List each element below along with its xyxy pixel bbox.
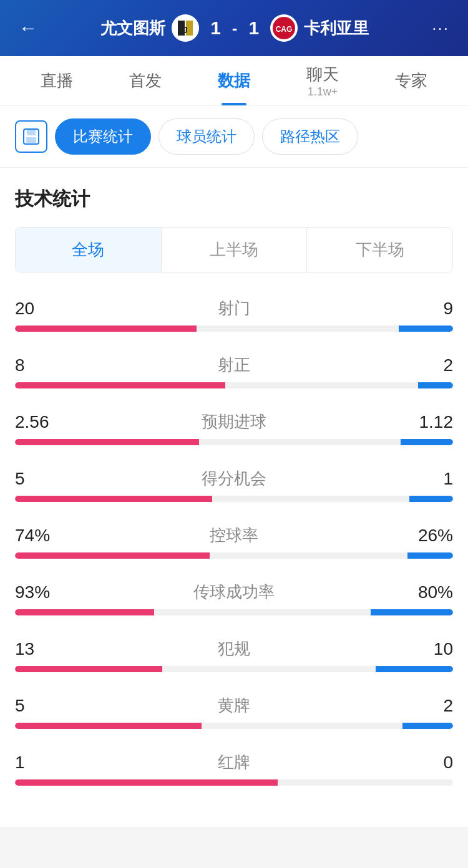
bar-right [399, 326, 453, 332]
bar-left [15, 666, 162, 672]
team-away-name: 卡利亚里 [304, 17, 369, 39]
stat-row: 13 犯规 10 [15, 638, 453, 672]
svg-rect-8 [26, 137, 36, 143]
sub-tab-player-stats[interactable]: 球员统计 [158, 118, 255, 155]
stat-row: 20 射门 9 [15, 297, 453, 332]
stat-left-value: 5 [15, 469, 65, 489]
tab-chat[interactable]: 聊天 1.1w+ [278, 56, 367, 105]
stat-left-value: 2.56 [15, 412, 65, 432]
stat-bar [15, 609, 453, 615]
team-away-logo: CAG [270, 14, 298, 42]
bar-left [15, 382, 225, 388]
bar-left [15, 552, 210, 559]
stat-numbers: 2.56 预期进球 1.12 [15, 411, 453, 433]
bar-right [418, 382, 453, 388]
stat-right-value: 1.12 [403, 412, 453, 432]
stat-row: 1 红牌 0 [15, 751, 453, 786]
bar-right [376, 666, 453, 672]
stat-right-value: 0 [403, 753, 453, 773]
sub-tab-heatmap[interactable]: 路径热区 [262, 118, 358, 155]
stat-numbers: 5 黄牌 2 [15, 695, 453, 716]
bar-left [15, 496, 212, 502]
stat-numbers: 93% 传球成功率 80% [15, 581, 453, 603]
stat-right-value: 26% [403, 526, 453, 546]
stat-bar [15, 779, 453, 786]
stat-left-value: 74% [15, 526, 65, 546]
svg-text:J: J [183, 25, 188, 35]
tab-lineup[interactable]: 首发 [101, 56, 190, 105]
section-title: 技术统计 [15, 186, 453, 212]
bar-right [407, 552, 453, 559]
stat-bar [15, 666, 453, 672]
stat-label: 犯规 [218, 638, 250, 660]
sub-tab-match-stats[interactable]: 比赛统计 [55, 118, 151, 155]
stat-row: 5 黄牌 2 [15, 695, 453, 729]
stat-right-value: 2 [403, 355, 453, 375]
team-home-logo: J [172, 14, 199, 42]
stat-label: 黄牌 [218, 695, 250, 716]
bar-left [15, 439, 199, 445]
score-separator: - [232, 19, 238, 38]
bar-right [371, 609, 453, 615]
stats-list: 20 射门 9 8 射正 2 2.56 预期进球 1.12 [15, 297, 453, 786]
stat-numbers: 74% 控球率 26% [15, 524, 453, 546]
stat-label: 控球率 [210, 524, 258, 546]
bar-right [401, 439, 453, 445]
stat-numbers: 1 红牌 0 [15, 751, 453, 773]
stat-label: 红牌 [218, 751, 250, 773]
stat-bar [15, 496, 453, 502]
save-button[interactable] [15, 120, 47, 153]
stat-row: 2.56 预期进球 1.12 [15, 411, 453, 445]
stat-left-value: 5 [15, 696, 65, 716]
period-tab-second-half[interactable]: 下半场 [307, 228, 452, 272]
stat-numbers: 20 射门 9 [15, 297, 453, 319]
stat-row: 93% 传球成功率 80% [15, 581, 453, 615]
bar-right [409, 496, 453, 502]
stat-label: 预期进球 [202, 411, 266, 433]
stat-left-value: 1 [15, 753, 65, 773]
stat-left-value: 93% [15, 582, 65, 602]
stat-bar [15, 723, 453, 729]
stat-numbers: 8 射正 2 [15, 354, 453, 376]
svg-rect-7 [27, 129, 36, 135]
stat-right-value: 2 [403, 696, 453, 716]
match-header: ← 尤文图斯 J 1 - 1 CAG 卡利亚里 ··· [0, 0, 468, 56]
bar-left [15, 779, 278, 786]
score-home: 1 [205, 17, 226, 39]
stat-numbers: 5 得分机会 1 [15, 468, 453, 489]
stat-numbers: 13 犯规 10 [15, 638, 453, 660]
more-button[interactable]: ··· [432, 19, 449, 38]
stat-bar [15, 439, 453, 445]
stat-left-value: 13 [15, 639, 65, 659]
stat-row: 8 射正 2 [15, 354, 453, 388]
tab-live[interactable]: 直播 [12, 56, 101, 105]
period-tab-first-half[interactable]: 上半场 [162, 228, 308, 272]
bar-left [15, 326, 197, 332]
stats-content: 技术统计 全场 上半场 下半场 20 射门 9 8 射正 2 [0, 168, 468, 827]
stat-bar [15, 382, 453, 388]
period-tabs: 全场 上半场 下半场 [15, 227, 453, 272]
stat-label: 得分机会 [202, 468, 266, 489]
stat-label: 传球成功率 [193, 581, 275, 603]
stat-row: 5 得分机会 1 [15, 468, 453, 502]
period-tab-full[interactable]: 全场 [16, 228, 162, 272]
tab-data[interactable]: 数据 [190, 56, 278, 105]
tab-expert[interactable]: 专家 [367, 56, 456, 105]
stat-bar [15, 326, 453, 332]
stat-left-value: 20 [15, 299, 65, 319]
stat-row: 74% 控球率 26% [15, 524, 453, 559]
stat-bar [15, 552, 453, 559]
match-title: 尤文图斯 J 1 - 1 CAG 卡利亚里 [100, 14, 369, 42]
back-button[interactable]: ← [19, 17, 37, 39]
bar-left [15, 723, 202, 729]
stat-label: 射正 [218, 354, 250, 376]
team-home-name: 尤文图斯 [100, 17, 165, 39]
bar-left [15, 609, 154, 615]
sub-tabs: 比赛统计 球员统计 路径热区 [0, 106, 468, 168]
stat-right-value: 9 [403, 299, 453, 319]
svg-text:CAG: CAG [276, 25, 293, 34]
nav-tabs: 直播 首发 数据 聊天 1.1w+ 专家 [0, 56, 468, 106]
stat-right-value: 80% [403, 582, 453, 602]
bar-right [402, 723, 453, 729]
stat-right-value: 1 [403, 469, 453, 489]
